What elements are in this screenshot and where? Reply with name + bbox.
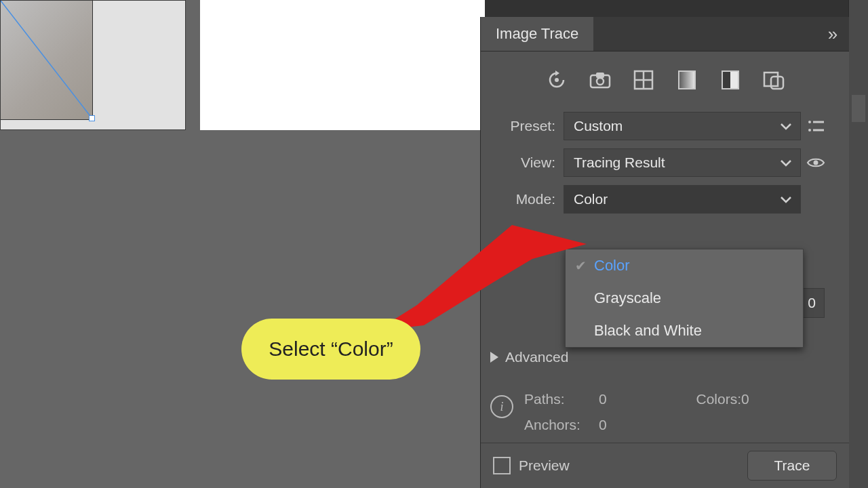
mode-dropdown[interactable]: Color	[564, 185, 801, 214]
panel-tab-image-trace[interactable]: Image Trace	[481, 17, 593, 51]
anchors-label: Anchors:	[524, 417, 599, 433]
preview-checkbox[interactable]	[493, 457, 511, 474]
placed-image[interactable]	[1, 1, 93, 120]
mode-option-label: Black and White	[594, 322, 702, 340]
svg-point-14	[808, 121, 811, 123]
dock-indicator	[852, 95, 865, 122]
callout-text: Select “Color”	[269, 338, 393, 361]
right-dock-bar	[848, 0, 868, 488]
preview-label: Preview	[519, 458, 570, 474]
view-label: View:	[481, 155, 564, 171]
preset-grayscale-icon[interactable]	[675, 68, 698, 92]
svg-rect-10	[730, 71, 738, 89]
panel-footer: Preview Trace	[481, 443, 849, 488]
paths-label: Paths:	[524, 391, 599, 407]
panel-tab-row: Image Trace »	[481, 17, 849, 52]
mode-row: Mode: Color	[481, 183, 849, 216]
mode-value: Color	[574, 191, 608, 207]
selection-handle[interactable]	[89, 115, 95, 121]
anchors-value: 0	[599, 417, 653, 433]
svg-point-16	[808, 129, 811, 131]
disclosure-triangle-icon	[490, 352, 498, 363]
paths-value: 0	[599, 391, 653, 407]
mode-dropdown-menu: ✔ Color Grayscale Black and White	[565, 249, 804, 348]
colors-label: Colors:	[653, 391, 741, 407]
colors-value: 0	[741, 391, 768, 407]
mode-label: Mode:	[481, 191, 564, 207]
advanced-toggle[interactable]: Advanced	[490, 349, 568, 365]
chevron-down-icon	[780, 155, 792, 171]
canvas-selection[interactable]	[0, 0, 186, 130]
preset-icon-row	[481, 52, 849, 108]
preset-high-fidelity-icon[interactable]	[589, 68, 612, 92]
annotation-callout: Select “Color”	[241, 319, 420, 380]
svg-point-1	[555, 78, 559, 82]
preset-dropdown[interactable]: Custom	[564, 112, 801, 140]
svg-marker-19	[376, 225, 587, 331]
panel-collapse-button[interactable]: »	[816, 17, 849, 51]
view-value: Tracing Result	[574, 155, 665, 171]
preset-low-fidelity-icon[interactable]	[632, 68, 655, 92]
view-dropdown[interactable]: Tracing Result	[564, 148, 801, 177]
svg-point-18	[814, 161, 818, 165]
mode-option-color[interactable]: ✔ Color	[566, 249, 803, 282]
mode-option-label: Color	[594, 257, 630, 274]
preset-menu-button[interactable]	[801, 119, 831, 133]
preset-label: Preset:	[481, 118, 564, 134]
artboard	[200, 0, 485, 130]
chevron-down-icon	[780, 118, 792, 134]
colors-numeric-value: 0	[808, 295, 816, 311]
advanced-label: Advanced	[505, 349, 568, 365]
tab-spacer	[593, 17, 816, 51]
preset-value: Custom	[574, 118, 623, 134]
mode-option-label: Grayscale	[594, 289, 661, 307]
app-stage: Image Trace »	[0, 0, 868, 488]
panel-dock-bg	[480, 0, 868, 17]
svg-rect-9	[722, 71, 730, 89]
chevron-down-icon	[780, 191, 792, 207]
preset-outline-icon[interactable]	[762, 68, 785, 92]
preset-auto-icon[interactable]	[545, 68, 568, 92]
mode-option-bw[interactable]: Black and White	[566, 314, 803, 347]
mode-option-grayscale[interactable]: Grayscale	[566, 282, 803, 314]
preset-bw-icon[interactable]	[719, 68, 742, 92]
info-icon: i	[490, 395, 513, 418]
svg-point-4	[597, 78, 604, 85]
view-row: View: Tracing Result	[481, 146, 849, 179]
view-visibility-button[interactable]	[801, 157, 831, 169]
svg-rect-15	[813, 121, 824, 123]
svg-rect-8	[679, 71, 695, 89]
preset-row: Preset: Custom	[481, 110, 849, 142]
svg-rect-17	[813, 129, 824, 131]
trace-stats: i Paths: 0 Colors: 0 Anchors: 0	[490, 391, 829, 433]
trace-button[interactable]: Trace	[747, 451, 837, 481]
preview-toggle[interactable]: Preview	[493, 457, 570, 474]
annotation-arrow	[376, 217, 587, 332]
